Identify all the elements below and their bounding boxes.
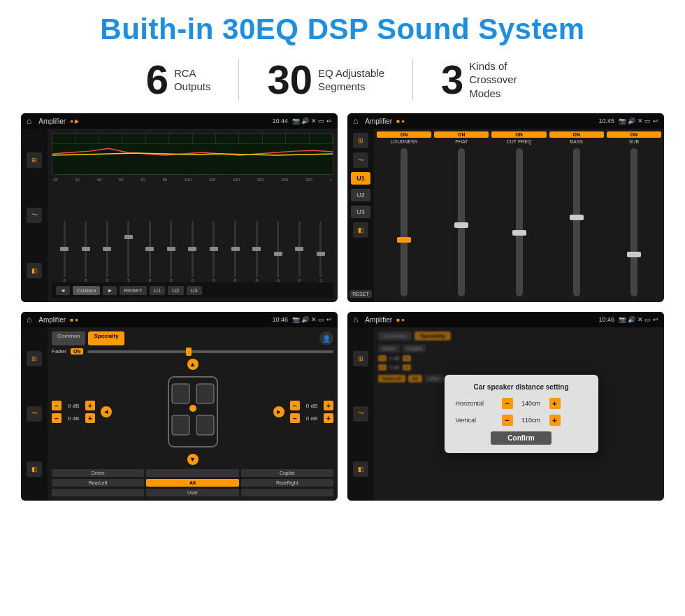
eq-slider-4[interactable]: 5 <box>119 221 139 282</box>
distance-sidebar-icon-1[interactable]: ⊞ <box>353 351 368 366</box>
eq-slider-8[interactable]: 0 <box>204 221 224 282</box>
speaker-sidebar-icon-1[interactable]: ⊞ <box>27 351 42 366</box>
cross-u2-btn[interactable]: U2 <box>351 189 370 201</box>
db-row-3: − 0 dB + <box>290 401 333 410</box>
eq-slider-3[interactable]: 0 <box>97 221 117 282</box>
db-plus-2[interactable]: + <box>85 413 95 423</box>
eq-slider-thumb <box>82 247 90 251</box>
cross-on-sub[interactable]: ON <box>607 131 661 138</box>
cross-content: ⊞ 〜 U1 U2 U3 ◧ RESET ON LOUDNESS <box>347 129 664 302</box>
spk-driver-btn[interactable]: Driver <box>52 469 144 477</box>
spk-copilot-btn[interactable]: Copilot <box>241 469 333 477</box>
db-minus-3[interactable]: − <box>290 401 300 410</box>
eq-slider-11[interactable]: -1 <box>268 221 288 282</box>
eq-play-btn[interactable]: ► <box>103 286 117 295</box>
cross-on-cutfreq[interactable]: ON <box>491 131 546 138</box>
eq-u1-btn[interactable]: U1 <box>150 286 165 295</box>
db-value-4: 0 dB <box>302 415 322 422</box>
eq-home-icon[interactable]: ⌂ <box>27 116 31 126</box>
tab-specialty[interactable]: Specialty <box>88 331 124 345</box>
speaker-sidebar-icon-3[interactable]: ◧ <box>27 461 42 477</box>
screen-distance: ⌂ Amplifier ■ ● 10:46 📷 🔊 ✕ ▭ ↩ ⊞ 〜 ◧ Co… <box>347 312 664 501</box>
db-plus-4[interactable]: + <box>324 413 333 423</box>
dialog-horizontal-minus[interactable]: − <box>502 398 513 409</box>
cross-reset-btn[interactable]: RESET <box>349 290 371 298</box>
cross-sidebar-icon-3[interactable]: ◧ <box>353 222 368 238</box>
dialog-horizontal-plus[interactable]: + <box>549 398 561 409</box>
eq-sliders: 0 0 0 <box>52 185 333 282</box>
db-minus-1[interactable]: − <box>52 401 62 410</box>
cross-label-cutfreq: CUT FREQ <box>507 139 532 144</box>
spk-user-btn[interactable]: User <box>146 489 238 496</box>
cross-u1-btn[interactable]: U1 <box>351 172 370 185</box>
cross-on-phat[interactable]: ON <box>434 131 489 138</box>
cross-sidebar-icon-2[interactable]: 〜 <box>353 152 368 168</box>
eq-custom-btn[interactable]: Custom <box>73 286 101 295</box>
spk-rearleft-btn[interactable]: RearLeft <box>52 479 144 487</box>
eq-slider-track <box>212 221 215 277</box>
eq-u3-btn[interactable]: U3 <box>187 286 202 295</box>
eq-u2-btn[interactable]: U2 <box>168 286 183 295</box>
distance-sidebar-icon-3[interactable]: ◧ <box>353 461 368 477</box>
eq-slider-track <box>319 221 322 277</box>
screen-crossover: ⌂ Amplifier ■ ● 10:45 📷 🔊 ✕ ▭ ↩ ⊞ 〜 U1 U… <box>347 113 664 302</box>
speaker-layout: − 0 dB + − 0 dB + <box>52 357 333 466</box>
fader-slider[interactable] <box>87 350 333 353</box>
eq-slider-2[interactable]: 0 <box>76 221 96 282</box>
db-plus-3[interactable]: + <box>324 401 333 410</box>
tab-common[interactable]: Common <box>52 331 85 345</box>
settings-icon[interactable]: 👤 <box>319 331 333 345</box>
cross-home-icon[interactable]: ⌂ <box>353 116 358 126</box>
speaker-status-dots: ■ ● <box>70 317 78 323</box>
db-minus-4[interactable]: − <box>290 413 300 423</box>
eq-slider-6[interactable]: 0 <box>161 221 182 282</box>
dialog-horizontal-value: 140cm <box>517 400 545 407</box>
speaker-sidebar-icon-2[interactable]: 〜 <box>27 406 42 422</box>
eq-slider-12[interactable]: 0 <box>289 221 310 282</box>
eq-reset-btn[interactable]: RESET <box>120 286 147 295</box>
spk-empty3-btn <box>241 489 333 496</box>
confirm-button[interactable]: Confirm <box>491 431 551 445</box>
arrow-right[interactable]: ► <box>273 406 284 417</box>
eq-content: ⊞ 〜 ◧ <box>21 129 338 302</box>
cross-on-bass[interactable]: ON <box>549 131 604 138</box>
arrow-left[interactable]: ◄ <box>101 406 112 417</box>
db-minus-2[interactable]: − <box>52 413 62 423</box>
dialog-vertical-plus[interactable]: + <box>549 415 561 426</box>
distance-home-icon[interactable]: ⌂ <box>353 315 358 324</box>
eq-sidebar-icon-3[interactable]: ◧ <box>27 263 42 278</box>
dialog-vertical-minus[interactable]: − <box>502 415 513 426</box>
eq-sidebar-icon-1[interactable]: ⊞ <box>27 152 42 168</box>
stat-eq: 30 EQ AdjustableSegments <box>239 59 412 100</box>
speaker-home-icon[interactable]: ⌂ <box>27 315 31 324</box>
speaker-app-title: Amplifier <box>38 316 66 324</box>
eq-slider-track <box>234 221 236 277</box>
arrow-down[interactable]: ▼ <box>187 454 199 465</box>
cross-sidebar-icon-1[interactable]: ⊞ <box>353 133 368 148</box>
arrow-up[interactable]: ▲ <box>187 359 199 370</box>
speaker-time: 10:46 <box>272 316 288 323</box>
cross-u3-btn[interactable]: U3 <box>351 206 370 218</box>
spk-rearright-btn[interactable]: RearRight <box>241 479 333 487</box>
eq-slider-1[interactable]: 0 <box>55 221 75 282</box>
eq-slider-track <box>256 221 258 277</box>
eq-slider-7[interactable]: 0 <box>182 221 203 282</box>
cross-on-loudness[interactable]: ON <box>377 131 431 138</box>
spk-all-btn[interactable]: All <box>146 479 238 487</box>
eq-slider-thumb <box>124 235 133 239</box>
eq-slider-13[interactable]: -1 <box>310 221 331 282</box>
main-title: Buith-in 30EQ DSP Sound System <box>21 13 664 46</box>
fader-on-badge[interactable]: ON <box>71 348 84 354</box>
distance-status-icons: 📷 🔊 ✕ ▭ ↩ <box>619 316 658 323</box>
eq-slider-thumb <box>231 247 240 251</box>
eq-slider-thumb <box>103 247 111 251</box>
eq-slider-thumb <box>252 247 261 251</box>
eq-prev-btn[interactable]: ◄ <box>56 286 70 295</box>
eq-slider-10[interactable]: 0 <box>247 221 267 282</box>
eq-slider-9[interactable]: 0 <box>225 221 245 282</box>
distance-sidebar-icon-2[interactable]: 〜 <box>353 406 368 422</box>
eq-sidebar-icon-2[interactable]: 〜 <box>27 208 42 223</box>
db-plus-1[interactable]: + <box>85 401 95 410</box>
eq-slider-5[interactable]: 0 <box>140 221 160 282</box>
svg-rect-3 <box>172 415 189 435</box>
